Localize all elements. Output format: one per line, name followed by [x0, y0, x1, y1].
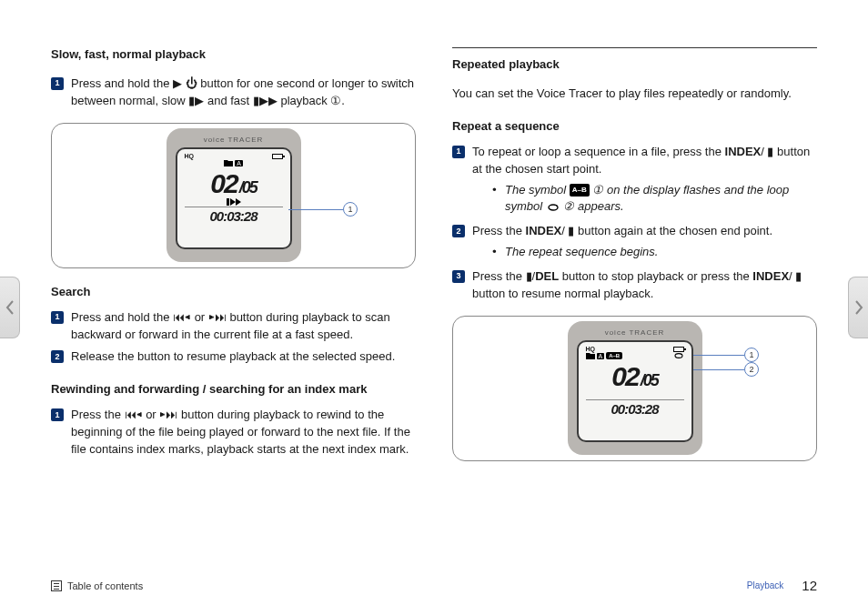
step-number-icon: 3 [452, 270, 465, 283]
device-screen: HQ A A–B 02 /05 [577, 340, 693, 442]
battery-icon [272, 154, 283, 159]
step-text: To repeat or loop a sequence in a file, … [472, 145, 810, 176]
page-number: 12 [802, 578, 817, 593]
callout-line-2 [693, 369, 744, 370]
note-1: The symbol A–B ① on the display flashes … [505, 182, 817, 217]
hq-label: HQ [185, 153, 195, 159]
mid-row [586, 390, 684, 399]
callout-1: 1 [744, 348, 759, 362]
step-number-icon: 1 [51, 311, 64, 324]
device-screen: HQ A 02 /05 00:03:28 [176, 147, 292, 249]
loop-indicator-icon [673, 352, 684, 359]
section-name: Playback [747, 580, 784, 590]
battery-icon [673, 347, 684, 352]
divider [452, 47, 817, 48]
callout-line-1 [288, 209, 343, 210]
folder-row: A [224, 159, 243, 166]
folder-letter: A [597, 353, 605, 359]
heading-repeated: Repeated playback [452, 57, 817, 71]
track-number: 02 /05 [611, 363, 657, 390]
folder-letter: A [235, 160, 243, 166]
page-body: Slow, fast, normal playback 1 Press and … [0, 0, 868, 564]
device-brand: voice TRACER [577, 328, 693, 337]
device-brand: voice TRACER [176, 136, 292, 144]
step-repeat-3: 3 Press the ▮/DEL button to stop playbac… [452, 268, 817, 303]
callout-1: 1 [343, 202, 358, 217]
mid-row [185, 197, 283, 207]
intro-text: You can set the Voice Tracer to play fil… [452, 86, 817, 103]
step-number-icon: 1 [51, 77, 64, 90]
callout-2: 2 [744, 362, 759, 377]
step-search-2: 2 Release the button to resume playback … [51, 348, 416, 366]
nav-prev-tab[interactable] [0, 277, 20, 338]
page-footer: Table of contents Playback 12 [51, 578, 817, 593]
toc-label: Table of contents [67, 580, 143, 591]
heading-search: Search [51, 285, 416, 298]
hq-label: HQ [586, 346, 596, 352]
note-2: The repeat sequence begins. [505, 244, 817, 261]
svg-rect-0 [227, 198, 229, 206]
figure-device-2: voice TRACER HQ A A–B [452, 316, 817, 461]
step-number-icon: 2 [452, 225, 465, 237]
step-number-icon: 1 [51, 408, 64, 421]
callout-line-1 [693, 355, 744, 356]
step-search-1: 1 Press and hold the ⏮◀ or ▶⏭ button dur… [51, 309, 416, 344]
ab-indicator: A–B [606, 352, 622, 359]
heading-playback-speed: Slow, fast, normal playback [51, 47, 416, 61]
step-repeat-2: 2 Press the INDEX/ ▮ button again at the… [452, 223, 817, 261]
step-speed-1: 1 Press and hold the ▶ ⏻ button for one … [51, 76, 416, 110]
device-frame: voice TRACER HQ A 02 /05 [167, 128, 301, 262]
step-repeat-1: 1 To repeat or loop a sequence in a file… [452, 144, 817, 216]
elapsed-time: 00:03:28 [185, 207, 283, 224]
track-number: 02 /05 [210, 170, 256, 197]
right-column: Repeated playback You can set the Voice … [452, 47, 817, 537]
step-text: Press the INDEX/ ▮ button again at the c… [472, 224, 772, 237]
heading-rewind: Rewinding and forwarding / searching for… [51, 382, 416, 396]
toc-icon [51, 580, 62, 591]
step-number-icon: 1 [452, 146, 465, 158]
nav-next-tab[interactable] [848, 277, 868, 338]
ab-badge-icon: A–B [570, 184, 590, 197]
heading-repeat-sequence: Repeat a sequence [452, 119, 817, 133]
loop-icon [547, 203, 560, 212]
step-text: Release the button to resume playback at… [71, 349, 395, 363]
toc-link[interactable]: Table of contents [51, 580, 143, 591]
elapsed-time: 00:03:28 [586, 399, 684, 417]
device-frame: voice TRACER HQ A A–B [568, 321, 702, 455]
step-text: Press and hold the ⏮◀ or ▶⏭ button durin… [71, 310, 390, 341]
step-number-icon: 2 [51, 350, 64, 363]
step-text: Press the ▮/DEL button to stop playback … [472, 269, 802, 300]
left-column: Slow, fast, normal playback 1 Press and … [51, 47, 416, 537]
folder-row: A A–B [586, 352, 684, 359]
step-rewind-1: 1 Press the ⏮◀ or ▶⏭ button during playb… [51, 407, 416, 459]
figure-device-1: voice TRACER HQ A 02 /05 [51, 123, 416, 268]
step-text: Press and hold the ▶ ⏻ button for one se… [71, 76, 414, 107]
step-text: Press the ⏮◀ or ▶⏭ button during playbac… [71, 408, 410, 456]
